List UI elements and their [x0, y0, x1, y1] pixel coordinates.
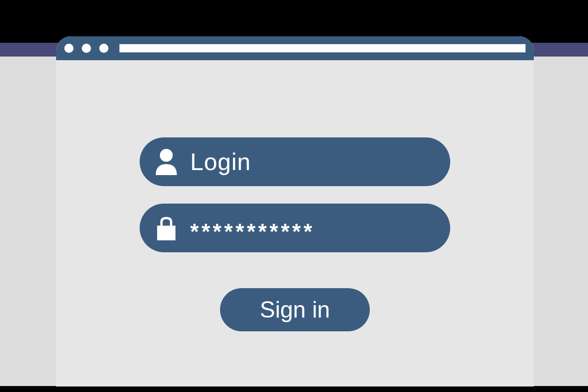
login-form: Login *********** Sign in: [56, 60, 534, 331]
svg-rect-1: [157, 226, 175, 240]
traffic-light-controls: [64, 44, 108, 53]
window-minimize-button[interactable]: [82, 44, 91, 53]
user-icon: [153, 148, 179, 175]
username-field[interactable]: Login: [140, 137, 450, 186]
password-field[interactable]: ***********: [140, 204, 450, 252]
browser-window: Login *********** Sign in: [56, 36, 534, 386]
password-masked-value: ***********: [190, 219, 315, 244]
username-placeholder: Login: [190, 148, 251, 176]
window-maximize-button[interactable]: [99, 44, 108, 53]
window-close-button[interactable]: [64, 44, 74, 53]
svg-point-0: [160, 149, 173, 162]
signin-button[interactable]: Sign in: [220, 288, 370, 331]
browser-titlebar: [56, 36, 534, 60]
address-bar[interactable]: [119, 44, 526, 52]
lock-icon: [153, 216, 179, 240]
